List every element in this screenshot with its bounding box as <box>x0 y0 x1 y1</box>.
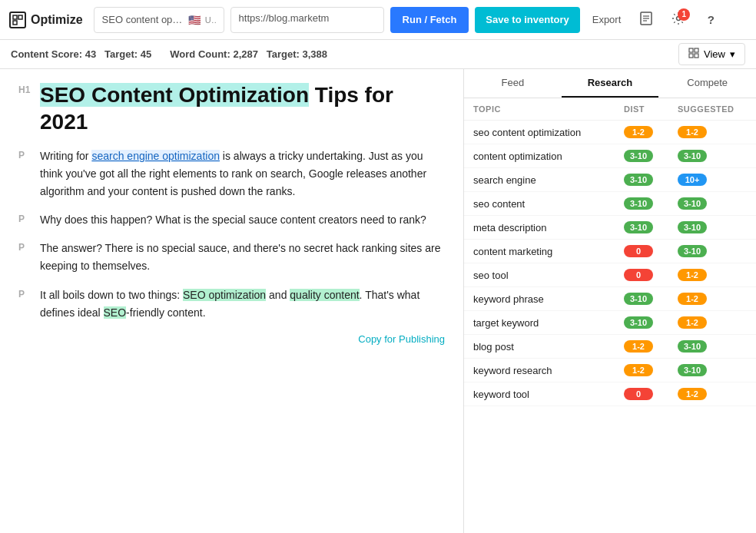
dist-cell: 3-10 <box>624 174 678 186</box>
url-input[interactable]: https://blog.marketm <box>230 7 384 33</box>
suggested-badge: 3-10 <box>678 245 707 257</box>
topic-name: seo content optimization <box>473 127 624 138</box>
topic-name: target keyword <box>473 317 624 329</box>
run-fetch-button[interactable]: Run / Fetch <box>390 7 469 33</box>
topic-name: meta description <box>473 222 624 233</box>
export-button[interactable]: Export <box>586 7 628 33</box>
topic-table: TOPIC DIST SUGGESTED seo content optimiz… <box>464 98 756 533</box>
topic-name: content marketing <box>473 246 624 257</box>
p3-marker: P <box>18 240 34 275</box>
help-button[interactable]: ? <box>698 7 724 33</box>
main-content: H1 SEO Content Optimization Tips for2021… <box>0 69 756 533</box>
suggested-cell: 3-10 <box>678 340 747 353</box>
suggested-cell: 3-10 <box>678 245 747 257</box>
col-dist: DIST <box>624 104 678 114</box>
suggested-badge: 1-2 <box>678 269 707 281</box>
table-row: keyword research 1-2 3-10 <box>464 359 756 382</box>
suggested-badge: 1-2 <box>678 316 707 329</box>
suggested-cell: 3-10 <box>678 197 747 210</box>
p4-marker: P <box>18 286 34 322</box>
p1-link[interactable]: search engine optimization <box>91 150 220 162</box>
tab-compete[interactable]: Compete <box>658 69 756 98</box>
view-button[interactable]: View ▾ <box>678 43 745 65</box>
topbar: Optimize SEO content optimiz 🇺🇸 US https… <box>0 0 756 40</box>
help-icon: ? <box>708 13 715 26</box>
table-row: meta description 3-10 3-10 <box>464 216 756 240</box>
table-row: target keyword 3-10 1-2 <box>464 311 756 335</box>
copy-for-publishing-link[interactable]: Copy for Publishing <box>358 333 445 345</box>
content-score-label: Content Score: <box>11 48 82 60</box>
keyword-search-input[interactable]: SEO content optimiz 🇺🇸 US <box>94 7 224 33</box>
app-title: Optimize <box>31 13 83 27</box>
svg-rect-10 <box>689 54 693 58</box>
suggested-badge: 1-2 <box>678 126 707 138</box>
svg-rect-11 <box>695 54 698 58</box>
topic-name: search engine <box>473 174 624 186</box>
table-header: TOPIC DIST SUGGESTED <box>464 98 756 121</box>
save-to-inventory-button[interactable]: Save to inventory <box>475 7 579 33</box>
sidebar-panel: Feed Research Compete TOPIC DIST SUGGEST… <box>464 69 756 533</box>
dist-badge: 1-2 <box>624 126 653 138</box>
suggested-cell: 1-2 <box>678 316 747 329</box>
dist-cell: 3-10 <box>624 197 678 210</box>
p4-highlight1: SEO optimization <box>183 289 266 301</box>
dist-badge: 3-10 <box>624 197 653 210</box>
tab-feed[interactable]: Feed <box>464 69 562 98</box>
table-row: content marketing 0 3-10 <box>464 240 756 263</box>
view-chevron-icon: ▾ <box>730 48 735 60</box>
dist-badge: 3-10 <box>624 316 653 329</box>
dist-cell: 1-2 <box>624 340 678 353</box>
view-label: View <box>704 48 725 60</box>
dist-cell: 3-10 <box>624 221 678 233</box>
table-row: seo content optimization 1-2 1-2 <box>464 121 756 144</box>
dist-cell: 1-2 <box>624 126 678 138</box>
p4-text: It all boils down to two things: SEO opt… <box>40 286 445 322</box>
suggested-cell: 1-2 <box>678 269 747 281</box>
svg-rect-9 <box>695 48 698 52</box>
suggested-cell: 3-10 <box>678 150 747 162</box>
svg-rect-2 <box>13 21 17 25</box>
p4-mid: and <box>266 289 290 301</box>
settings-button[interactable]: 1 <box>665 7 691 33</box>
word-target-value: 3,388 <box>303 48 328 60</box>
suggested-badge: 3-10 <box>678 150 707 162</box>
word-count-stat: Word Count: 2,287 Target: 3,388 <box>170 48 327 60</box>
topic-name: seo content <box>473 198 624 210</box>
dist-cell: 0 <box>624 245 678 257</box>
notes-button[interactable] <box>633 7 659 33</box>
suggested-badge: 1-2 <box>678 293 707 305</box>
dist-badge: 0 <box>624 388 653 400</box>
logo-icon <box>9 12 26 28</box>
svg-rect-1 <box>18 15 22 19</box>
p3-row: P The answer? There is no special sauce,… <box>18 240 445 275</box>
word-target-label: Target: <box>267 48 300 60</box>
notification-badge: 1 <box>678 8 690 21</box>
content-score-stat: Content Score: 43 Target: 45 <box>11 48 151 60</box>
topic-rows: seo content optimization 1-2 1-2 content… <box>464 121 756 406</box>
col-suggested: SUGGESTED <box>678 104 747 114</box>
suggested-cell: 1-2 <box>678 293 747 305</box>
topic-name: content optimization <box>473 151 624 162</box>
suggested-cell: 1-2 <box>678 388 747 400</box>
content-target-label: Target: <box>104 48 138 60</box>
content-target-value: 45 <box>141 48 151 60</box>
dist-badge: 1-2 <box>624 364 653 376</box>
svg-rect-0 <box>13 15 17 19</box>
dist-cell: 0 <box>624 269 678 281</box>
tab-research[interactable]: Research <box>562 69 659 98</box>
dist-badge: 3-10 <box>624 174 653 186</box>
p3-text: The answer? There is no special sauce, a… <box>40 240 445 275</box>
tab-bar: Feed Research Compete <box>464 69 756 98</box>
suggested-badge: 3-10 <box>678 221 707 233</box>
suggested-cell: 3-10 <box>678 364 747 376</box>
p4-end: -friendly content. <box>126 306 206 319</box>
language-code: US <box>205 15 216 25</box>
editor-panel: H1 SEO Content Optimization Tips for2021… <box>0 69 464 533</box>
stats-bar: Content Score: 43 Target: 45 Word Count:… <box>0 40 756 69</box>
h1-highlighted-text: SEO Content Optimization <box>40 83 309 107</box>
dist-badge: 3-10 <box>624 150 653 162</box>
table-row: search engine 3-10 10+ <box>464 168 756 192</box>
view-icon <box>688 48 699 61</box>
p2-marker: P <box>18 211 34 229</box>
p1-marker: P <box>18 147 34 200</box>
